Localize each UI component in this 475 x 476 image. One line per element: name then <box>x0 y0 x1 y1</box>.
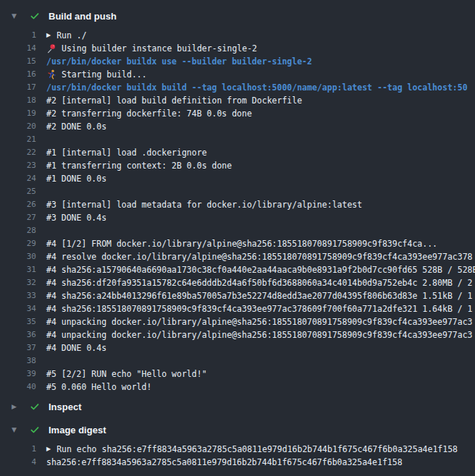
success-check-icon <box>30 401 40 412</box>
log-text: Starting build... <box>46 68 147 81</box>
log-text-content: Starting build... <box>62 68 147 81</box>
log-line: 22#1 [internal] load .dockerignore <box>0 146 475 159</box>
log-line: 34#4 sha256:185518070891758909c9f839cf4c… <box>0 302 475 315</box>
log-text-content: #2 [internal] load build definition from… <box>46 94 302 107</box>
log-text: #2 [internal] load build definition from… <box>46 94 302 107</box>
section-title: Image digest <box>49 425 106 435</box>
log-text-content: #4 sha256:df20fa9351a15782c64e6dddb2d4a6… <box>46 276 473 289</box>
line-number[interactable]: 31 <box>0 263 36 276</box>
log-text: #4 unpacking docker.io/library/alpine@sh… <box>46 328 473 341</box>
log-line: 18#2 [internal] load build definition fr… <box>0 94 475 107</box>
line-number[interactable]: 18 <box>0 94 36 107</box>
line-number[interactable]: 17 <box>0 81 36 94</box>
line-number[interactable]: 24 <box>0 172 36 185</box>
log-line: 21 <box>0 133 475 146</box>
line-number[interactable]: 19 <box>0 107 36 120</box>
line-number[interactable]: 26 <box>0 198 36 211</box>
log-text: #4 sha256:df20fa9351a15782c64e6dddb2d4a6… <box>46 276 473 289</box>
section-header-image-digest[interactable]: ▼ Image digest <box>0 421 475 438</box>
log-text: #1 transferring context: 2B 0.0s done <box>46 159 232 172</box>
log-text-content: #5 0.060 Hello world! <box>46 381 151 394</box>
log-text-content: /usr/bin/docker buildx use --builder bui… <box>46 55 312 68</box>
chevron-right-icon[interactable]: ▶ <box>12 398 21 415</box>
line-number[interactable]: 36 <box>0 328 36 341</box>
workflow-log-viewer: ▼ Build and push 1▶Run ./14Using builder… <box>0 0 475 469</box>
section-inspect: ▶ Inspect <box>0 398 475 415</box>
line-number[interactable]: 1 <box>0 443 36 456</box>
section-header-inspect[interactable]: ▶ Inspect <box>0 398 475 415</box>
line-number[interactable]: 39 <box>0 367 36 381</box>
log-line: 16Starting build... <box>0 68 475 81</box>
log-text: /usr/bin/docker buildx use --builder bui… <box>46 55 312 68</box>
log-line: 19#2 transferring dockerfile: 74B 0.0s d… <box>0 107 475 120</box>
log-text: #4 sha256:a24bb4013296f61e89ba57005a7b3e… <box>46 289 473 302</box>
log-text-content: sha256:e7ff8834a5963a2785c5a0811e979d16b… <box>46 456 403 469</box>
line-number[interactable]: 16 <box>0 68 36 81</box>
log-line: 36#4 unpacking docker.io/library/alpine@… <box>0 328 475 341</box>
log-line: 17/usr/bin/docker buildx build --tag loc… <box>0 81 475 94</box>
line-number[interactable]: 37 <box>0 341 36 354</box>
log-text: #4 DONE 0.4s <box>46 341 106 354</box>
line-number[interactable]: 35 <box>0 315 36 328</box>
line-number[interactable]: 25 <box>0 185 36 198</box>
log-text: #4 resolve docker.io/library/alpine@sha2… <box>46 250 473 263</box>
line-number[interactable]: 40 <box>0 381 36 394</box>
log-text: #4 unpacking docker.io/library/alpine@sh… <box>46 315 473 328</box>
line-number[interactable]: 20 <box>0 120 36 133</box>
log-text-content: #1 transferring context: 2B 0.0s done <box>46 159 232 172</box>
log-text-content: Run ./ <box>56 29 87 42</box>
log-line: 33#4 sha256:a24bb4013296f61e89ba57005a7b… <box>0 289 475 302</box>
log-line: 32#4 sha256:df20fa9351a15782c64e6dddb2d4… <box>0 276 475 289</box>
log-group-line[interactable]: 1▶Run ./ <box>0 29 475 42</box>
line-number[interactable]: 32 <box>0 276 36 289</box>
log-text-content: #2 transferring dockerfile: 74B 0.0s don… <box>46 107 252 120</box>
line-number[interactable]: 22 <box>0 146 36 159</box>
log-line: 31#4 sha256:a15790640a6690aa1730c38cf0a4… <box>0 263 475 276</box>
line-number[interactable]: 15 <box>0 55 36 68</box>
log-text: #4 [1/2] FROM docker.io/library/alpine@s… <box>46 237 437 250</box>
log-text-content: #3 DONE 0.4s <box>46 211 106 224</box>
log-text: #4 sha256:a15790640a6690aa1730c38cf0a440… <box>46 263 475 276</box>
log-text-content: #1 DONE 0.0s <box>46 172 106 185</box>
section-title: Inspect <box>49 401 82 412</box>
log-text: #5 [2/2] RUN echo "Hello world!" <box>46 367 207 381</box>
line-number[interactable]: 29 <box>0 237 36 250</box>
line-number[interactable]: 1 <box>0 29 36 42</box>
line-number[interactable]: 27 <box>0 211 36 224</box>
line-number[interactable]: 38 <box>0 354 36 367</box>
line-number[interactable]: 33 <box>0 289 36 302</box>
log-text-content: #4 sha256:185518070891758909c9f839cf4ca3… <box>46 302 473 315</box>
log-line: 29#4 [1/2] FROM docker.io/library/alpine… <box>0 237 475 250</box>
log-line: 4sha256:e7ff8834a5963a2785c5a0811e979d16… <box>0 456 475 469</box>
log-text: ▶Run ./ <box>46 29 87 42</box>
log-text: Using builder instance builder-single-2 <box>46 42 257 55</box>
line-number[interactable]: 30 <box>0 250 36 263</box>
log-text-content: #3 [internal] load metadata for docker.i… <box>46 198 362 211</box>
section-header-build-and-push[interactable]: ▼ Build and push <box>0 7 475 25</box>
expand-group-icon[interactable]: ▶ <box>46 29 51 42</box>
log-line: 35#4 unpacking docker.io/library/alpine@… <box>0 315 475 328</box>
log-text: /usr/bin/docker buildx build --tag local… <box>46 81 468 94</box>
log-line: 23#1 transferring context: 2B 0.0s done <box>0 159 475 172</box>
log-text-content: Using builder instance builder-single-2 <box>62 42 257 55</box>
log-text-content: #4 [1/2] FROM docker.io/library/alpine@s… <box>46 237 437 250</box>
log-text-content: #4 resolve docker.io/library/alpine@sha2… <box>46 250 473 263</box>
runner-icon <box>46 69 56 80</box>
expand-group-icon[interactable]: ▶ <box>46 443 51 456</box>
log-group-line[interactable]: 1▶Run echo sha256:e7ff8834a5963a2785c5a0… <box>0 443 475 456</box>
line-number[interactable]: 28 <box>0 224 36 237</box>
log-lines-image-digest: 1▶Run echo sha256:e7ff8834a5963a2785c5a0… <box>0 443 475 469</box>
line-number[interactable]: 14 <box>0 42 36 55</box>
log-text-content: #4 sha256:a15790640a6690aa1730c38cf0a440… <box>46 263 475 276</box>
log-text-content: #4 DONE 0.4s <box>46 341 106 354</box>
section-build-and-push: ▼ Build and push 1▶Run ./14Using builder… <box>0 7 475 394</box>
log-line: 30#4 resolve docker.io/library/alpine@sh… <box>0 250 475 263</box>
line-number[interactable]: 34 <box>0 302 36 315</box>
pushpin-icon <box>46 43 56 54</box>
chevron-down-icon[interactable]: ▼ <box>12 421 21 438</box>
line-number[interactable]: 4 <box>0 456 36 469</box>
line-number[interactable]: 23 <box>0 159 36 172</box>
chevron-down-icon[interactable]: ▼ <box>12 7 21 25</box>
log-line: 15/usr/bin/docker buildx use --builder b… <box>0 55 475 68</box>
line-number[interactable]: 21 <box>0 133 36 146</box>
